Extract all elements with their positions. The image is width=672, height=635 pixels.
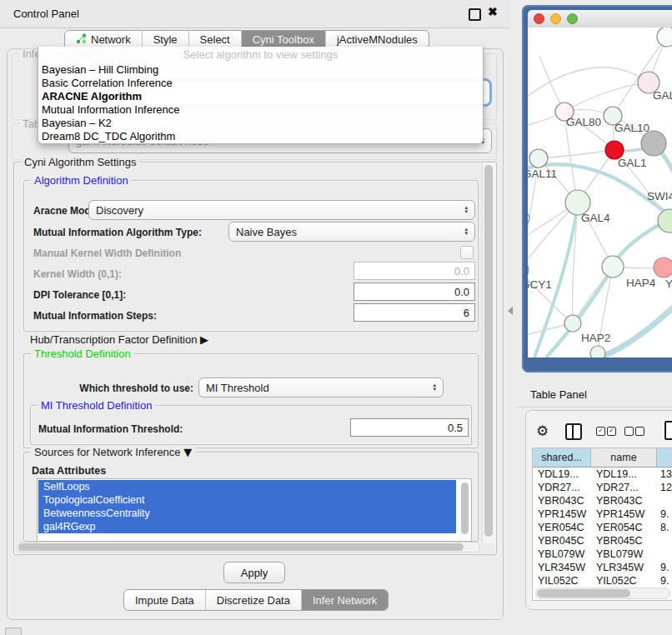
manual-kernel-checkbox[interactable] (460, 246, 474, 259)
table-cell: YLR345W (533, 562, 591, 573)
network-node-y[interactable] (654, 258, 672, 278)
tab-label: Network (91, 33, 131, 46)
hub-definition-toggle[interactable]: Hub/Transcription Factor Definition ▶ (30, 333, 208, 346)
algorithm-option[interactable]: Dream8 DC_TDC Algorithm (38, 130, 483, 143)
gear-icon[interactable]: ⚙ (536, 422, 549, 440)
table-cell: 9. (657, 508, 672, 520)
algorithm-dropdown-popup: Select algorithm to view settings Bayesi… (38, 47, 484, 144)
network-node-hap4[interactable] (602, 256, 624, 278)
tab-discretize-data[interactable]: Discretize Data (206, 590, 302, 610)
mi-threshold-field[interactable]: 0.5 (350, 418, 469, 437)
network-icon (76, 33, 87, 47)
node-label: GAL (653, 89, 672, 102)
table-horizontal-scrollbar-thumb[interactable] (537, 589, 630, 598)
table-cell: YLR345W (591, 562, 657, 573)
dpi-tolerance-field[interactable]: 0.0 (354, 282, 475, 301)
table-row[interactable]: YIL052CYIL052C9. (533, 574, 672, 588)
which-threshold-value: MI Threshold (206, 382, 428, 394)
table-cell: YBR045C (533, 535, 591, 547)
network-node[interactable] (590, 346, 605, 358)
mi-type-combobox[interactable]: Naive Bayes ▴▾ (228, 222, 475, 242)
which-threshold-combobox[interactable]: MI Threshold ▴▾ (198, 378, 444, 398)
network-node[interactable] (657, 28, 672, 47)
tab-cyni-toolbox[interactable]: Cyni Toolbox (242, 31, 326, 48)
attribute-list-item[interactable]: SelfLoops (38, 480, 456, 493)
column-header-name[interactable]: name (591, 448, 657, 468)
table-row[interactable]: YBL079WYBL079W (533, 548, 672, 561)
network-node-swi4[interactable] (658, 209, 672, 232)
table-cell: YBR043C (533, 495, 591, 507)
algorithm-option[interactable]: Bayesian – K2 (38, 117, 483, 130)
hub-definition-label: Hub/Transcription Factor Definition (30, 333, 197, 346)
table-row[interactable]: YBR043CYBR043C (533, 494, 672, 508)
new-column-icon[interactable] (664, 421, 672, 440)
split-table-icon[interactable] (565, 423, 582, 440)
table-panel-divider (517, 407, 672, 408)
table-row[interactable]: YDR27...YDR27...12 (533, 481, 672, 494)
collapse-down-icon[interactable]: ▼ (183, 446, 192, 458)
which-threshold-label: Which threshold to use: (33, 382, 193, 394)
manual-kernel-label: Manual Kernel Width Definition (33, 248, 181, 259)
table-row[interactable]: YLR345WYLR345W9. (533, 561, 672, 574)
settings-horizontal-scrollbar-thumb[interactable] (18, 543, 464, 551)
algorithm-option[interactable]: Basic Correlation Inference (38, 77, 483, 90)
algorithm-option[interactable]: Mutual Information Inference (38, 103, 483, 117)
float-panel-icon[interactable] (469, 8, 481, 21)
tab-impute-data[interactable]: Impute Data (124, 590, 206, 610)
network-node-hap2[interactable] (564, 315, 581, 332)
aracne-mode-combobox[interactable]: Discovery ▴▾ (88, 200, 475, 220)
network-canvas[interactable]: GALGAL80GAL10GAL1GAL11GAL4SWI4GCY1HAP4YH… (528, 28, 672, 358)
close-traffic-light-icon[interactable] (534, 13, 544, 24)
dropdown-hint: Select algorithm to view settings (38, 47, 483, 63)
tab-style[interactable]: Style (143, 31, 189, 48)
zoom-traffic-light-icon[interactable] (567, 13, 578, 24)
table-cell: YDR27... (533, 482, 591, 493)
node-table[interactable]: shared...nameA YDL19...YDL19...13YDR27..… (532, 448, 672, 601)
algorithm-option[interactable]: Bayesian – Hill Climbing (38, 63, 483, 77)
mi-type-label: Mutual Information Algorithm Type: (33, 227, 202, 238)
deselect-all-icon-2[interactable] (635, 427, 644, 436)
table-row[interactable]: YBR045CYBR045C (533, 534, 672, 548)
select-all-icon-2[interactable]: ✓ (607, 427, 616, 436)
close-icon[interactable]: ✖ (488, 5, 498, 18)
network-node-gcy1[interactable] (528, 261, 529, 279)
network-node-gal11[interactable] (529, 149, 548, 168)
tab-label: Style (153, 33, 178, 46)
collapsed-panel-icon[interactable] (5, 628, 22, 635)
table-row[interactable]: YPR145WYPR145W9. (533, 508, 672, 521)
deselect-all-icon[interactable] (624, 427, 634, 436)
table-row[interactable]: YDL19...YDL19...13 (533, 468, 672, 481)
algorithm-option[interactable]: ARACNE Algorithm (38, 90, 483, 103)
data-attributes-list[interactable]: SelfLoopsTopologicalCoefficientBetweenne… (37, 478, 472, 542)
table-cell: YPR145W (591, 508, 657, 520)
column-header-A[interactable]: A (657, 448, 672, 468)
threshold-definition-label: Threshold Definition (31, 348, 134, 360)
stepper-icon: ▴▾ (433, 383, 436, 392)
network-window-titlebar (528, 10, 672, 28)
minimize-traffic-light-icon[interactable] (550, 13, 561, 24)
aracne-mode-value: Discovery (96, 204, 459, 217)
tab-infer-network[interactable]: Infer Network (302, 590, 388, 610)
table-cell: 12 (657, 482, 672, 493)
tab-select[interactable]: Select (189, 31, 242, 48)
splitter-collapse-icon[interactable] (508, 307, 513, 315)
table-cell: YPR145W (533, 508, 591, 520)
kernel-width-label: Kernel Width (0,1): (33, 268, 122, 280)
attributes-scrollbar-thumb[interactable] (461, 482, 469, 534)
stepper-icon: ▴▾ (464, 228, 468, 236)
kernel-width-field[interactable]: 0.0 (354, 262, 475, 280)
mi-steps-field[interactable]: 6 (354, 303, 475, 322)
node-label: Y (665, 278, 672, 290)
attribute-list-item[interactable]: BetweennessCentrality (38, 507, 456, 520)
select-all-icon[interactable]: ✓ (596, 427, 605, 436)
tab-jactivemnodules[interactable]: jActiveMNodules (326, 31, 429, 48)
table-row[interactable]: YER054CYER054C8. (533, 521, 672, 534)
apply-button[interactable]: Apply (223, 562, 285, 583)
sources-group-label: Sources for Network Inference ▼ (31, 446, 195, 458)
attribute-list-item[interactable]: TopologicalCoefficient (38, 493, 456, 507)
column-header-shared...[interactable]: shared... (533, 448, 591, 468)
tab-network[interactable]: Network (65, 31, 143, 48)
settings-vertical-scrollbar-thumb[interactable] (484, 165, 493, 537)
network-node[interactable] (641, 131, 666, 156)
attribute-list-item[interactable]: gal4RGexp (38, 520, 456, 533)
